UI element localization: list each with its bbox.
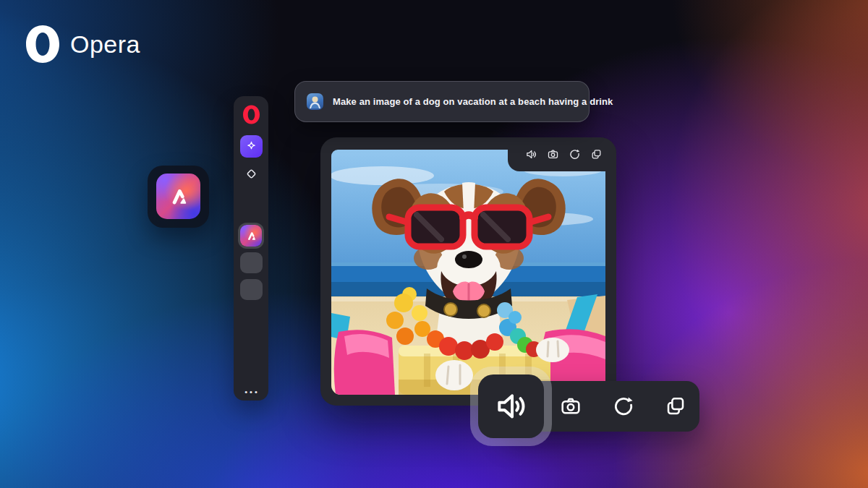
speaker-button[interactable] [478, 374, 544, 438]
aria-logo-icon [245, 230, 258, 242]
speaker-button-highlight [470, 367, 552, 446]
prompt-message: Make an image of a dog on vacation at a … [294, 81, 590, 122]
aria-sparkle-button[interactable] [240, 135, 263, 158]
regenerate-button[interactable] [612, 395, 635, 418]
image-toolbar [508, 137, 616, 171]
sidebar-tab-placeholder[interactable] [240, 279, 263, 300]
sidebar-tab-placeholder[interactable] [240, 252, 263, 273]
camera-icon[interactable] [547, 148, 559, 160]
browser-sidebar: ••• [234, 96, 268, 401]
sparkle-icon [245, 140, 258, 153]
camera-button[interactable] [559, 395, 582, 418]
aria-app-icon[interactable] [148, 166, 209, 228]
regenerate-icon[interactable] [569, 148, 581, 160]
aria-logo [156, 174, 200, 219]
diamond-icon[interactable] [246, 168, 257, 179]
opera-logo-icon [25, 25, 61, 64]
sidebar-tab-aria[interactable] [240, 225, 262, 247]
copy-icon[interactable] [590, 148, 603, 160]
user-avatar [307, 93, 323, 110]
opera-brand: Opera [25, 25, 140, 64]
opera-wordmark: Opera [70, 30, 140, 59]
opera-menu-icon[interactable] [242, 105, 260, 124]
generated-image [331, 150, 605, 395]
sidebar-overflow-button[interactable]: ••• [234, 388, 268, 396]
generated-image-card [320, 137, 616, 406]
prompt-text: Make an image of a dog on vacation at a … [333, 96, 613, 107]
speaker-icon[interactable] [525, 148, 537, 160]
copy-button[interactable] [664, 395, 687, 418]
